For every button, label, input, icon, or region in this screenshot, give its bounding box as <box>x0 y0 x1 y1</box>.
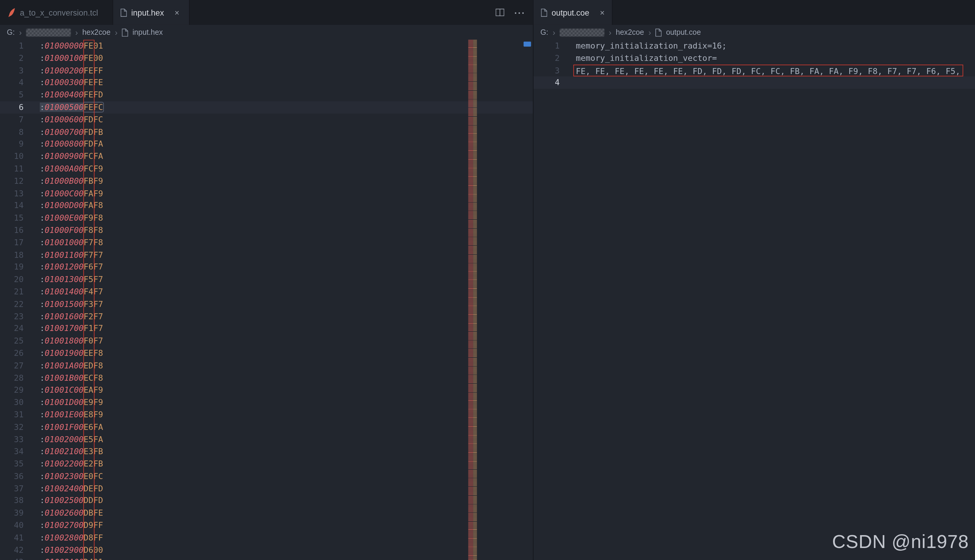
minimap[interactable] <box>468 40 477 560</box>
hex-line-31[interactable]: 31:01001E00E8F9 <box>0 408 533 421</box>
record-address: 01000C00 <box>45 188 84 198</box>
line-text: :01000F00F8F8 <box>40 224 103 237</box>
colon: : <box>40 348 45 358</box>
hex-editor[interactable]: 1:01000000FE012:01000100FE003:01000200FE… <box>0 40 533 560</box>
hex-line-36[interactable]: 36:01002300E0FC <box>0 470 533 482</box>
colon: : <box>40 41 45 50</box>
hex-line-6[interactable]: 6:01000500FEFC <box>0 101 533 113</box>
colon: : <box>40 238 45 247</box>
record-data: F1F7 <box>84 324 103 333</box>
hex-line-15[interactable]: 15:01000E00F9F8 <box>0 212 533 224</box>
record-data: F6F7 <box>84 262 103 272</box>
record-address: 01002A00 <box>45 558 84 560</box>
hex-line-24[interactable]: 24:01001700F1F7 <box>0 323 533 335</box>
more-actions-icon[interactable]: ··· <box>514 7 525 18</box>
record-address: 01001300 <box>45 275 84 284</box>
hex-line-38[interactable]: 38:01002500DDFD <box>0 495 533 507</box>
hex-line-40[interactable]: 40:01002700D9FF <box>0 519 533 532</box>
line-text: :01000600FDFC <box>40 113 103 126</box>
hex-line-9[interactable]: 9:01000800FDFA <box>0 138 533 150</box>
hex-line-42[interactable]: 42:01002900D600 <box>0 544 533 556</box>
line-text: :01001200F6F7 <box>40 261 103 273</box>
line-number: 17 <box>0 237 24 249</box>
tab-output-coe[interactable]: output.coe × <box>533 0 612 25</box>
hex-line-29[interactable]: 29:01001C00EAF9 <box>0 384 533 396</box>
hex-line-28[interactable]: 28:01001B00ECF8 <box>0 372 533 384</box>
line-text: :01002600DBFE <box>40 507 103 519</box>
hex-line-18[interactable]: 18:01001100F7F7 <box>0 249 533 261</box>
hex-line-1[interactable]: 1:01000000FE01 <box>0 40 533 52</box>
hex-line-43[interactable]: 43:01002A00D401 <box>0 557 533 560</box>
colon: : <box>40 484 45 493</box>
coe-line-3[interactable]: 3FE, FE, FE, FE, FE, FE, FD, FD, FD, FC,… <box>533 65 975 77</box>
coe-line-1[interactable]: 1memory_initialization_radix=16; <box>533 40 975 52</box>
close-icon[interactable]: × <box>600 8 605 17</box>
record-data: F7F7 <box>84 250 103 259</box>
line-text: :01001D00E9F9 <box>40 396 103 408</box>
coe-line-4[interactable]: 4 <box>533 77 975 89</box>
breadcrumb-redacted-segment[interactable] <box>26 28 71 36</box>
line-number: 3 <box>0 65 24 77</box>
hex-line-21[interactable]: 21:01001400F4F7 <box>0 286 533 298</box>
hex-line-34[interactable]: 34:01002100E3FB <box>0 445 533 458</box>
hex-line-10[interactable]: 10:01000900FCFA <box>0 150 533 163</box>
record-data: F7F8 <box>84 238 103 247</box>
hex-line-5[interactable]: 5:01000400FEFD <box>0 89 533 101</box>
hex-line-20[interactable]: 20:01001300F5F7 <box>0 273 533 286</box>
chevron-right-icon: › <box>115 28 118 37</box>
coe-line-2[interactable]: 2memory_initialization_vector= <box>533 52 975 65</box>
hex-line-17[interactable]: 17:01001000F7F8 <box>0 237 533 249</box>
close-icon[interactable]: × <box>175 8 179 17</box>
hex-line-2[interactable]: 2:01000100FE00 <box>0 52 533 65</box>
hex-line-14[interactable]: 14:01000D00FAF8 <box>0 200 533 212</box>
hex-line-22[interactable]: 22:01001500F3F7 <box>0 298 533 310</box>
hex-line-19[interactable]: 19:01001200F6F7 <box>0 261 533 273</box>
hex-line-12[interactable]: 12:01000B00FBF9 <box>0 175 533 187</box>
hex-line-27[interactable]: 27:01001A00EDF8 <box>0 360 533 372</box>
hex-line-16[interactable]: 16:01000F00F8F8 <box>0 224 533 237</box>
breadcrumb-file[interactable]: input.hex <box>133 28 163 37</box>
hex-line-41[interactable]: 41:01002800D8FF <box>0 532 533 544</box>
line-text: memory_initialization_radix=16; <box>576 40 727 52</box>
line-number: 28 <box>0 372 24 384</box>
record-address: 01000900 <box>45 152 84 161</box>
hex-line-4[interactable]: 4:01000300FEFE <box>0 77 533 89</box>
breadcrumb-drive[interactable]: G: <box>540 28 548 37</box>
breadcrumb-redacted-segment[interactable] <box>560 28 604 36</box>
hex-line-37[interactable]: 37:01002400DEFD <box>0 482 533 495</box>
hex-line-23[interactable]: 23:01001600F2F7 <box>0 310 533 323</box>
record-data: FAF9 <box>84 188 103 198</box>
hex-line-33[interactable]: 33:01002000E5FA <box>0 433 533 445</box>
hex-line-3[interactable]: 3:01000200FEFF <box>0 65 533 77</box>
hex-line-13[interactable]: 13:01000C00FAF9 <box>0 187 533 200</box>
hex-line-35[interactable]: 35:01002200E2FB <box>0 458 533 470</box>
hex-line-30[interactable]: 30:01001D00E9F9 <box>0 396 533 408</box>
record-data: F3F7 <box>84 299 103 308</box>
record-address: 01000400 <box>45 90 84 100</box>
line-text: :01000800FDFA <box>40 138 103 150</box>
split-editor-icon[interactable] <box>495 9 504 16</box>
record-address: 01002700 <box>45 521 84 530</box>
line-number: 14 <box>0 200 24 212</box>
record-data: FDFC <box>84 115 103 124</box>
breadcrumb-file[interactable]: output.coe <box>666 28 701 37</box>
tab-a-to-x-conversion-tcl[interactable]: a_to_x_conversion.tcl <box>0 0 113 25</box>
line-number: 32 <box>0 421 24 433</box>
coe-editor[interactable]: 1memory_initialization_radix=16;2memory_… <box>533 40 975 560</box>
record-address: 01001100 <box>45 250 84 259</box>
record-data: DDFD <box>84 496 103 505</box>
breadcrumb-folder[interactable]: hex2coe <box>616 28 644 37</box>
hex-line-7[interactable]: 7:01000600FDFC <box>0 113 533 126</box>
tcl-file-icon <box>7 7 16 18</box>
record-data: E3FB <box>84 447 103 456</box>
hex-line-32[interactable]: 32:01001F00E6FA <box>0 421 533 433</box>
hex-line-8[interactable]: 8:01000700FDFB <box>0 126 533 138</box>
breadcrumb-drive[interactable]: G: <box>7 28 15 37</box>
record-data: D9FF <box>84 521 103 530</box>
breadcrumb-folder[interactable]: hex2coe <box>82 28 110 37</box>
tab-input-hex[interactable]: input.hex × <box>113 0 190 25</box>
hex-line-11[interactable]: 11:01000A00FCF9 <box>0 163 533 175</box>
hex-line-26[interactable]: 26:01001900EEF8 <box>0 347 533 360</box>
hex-line-39[interactable]: 39:01002600DBFE <box>0 507 533 519</box>
hex-line-25[interactable]: 25:01001800F0F7 <box>0 335 533 347</box>
